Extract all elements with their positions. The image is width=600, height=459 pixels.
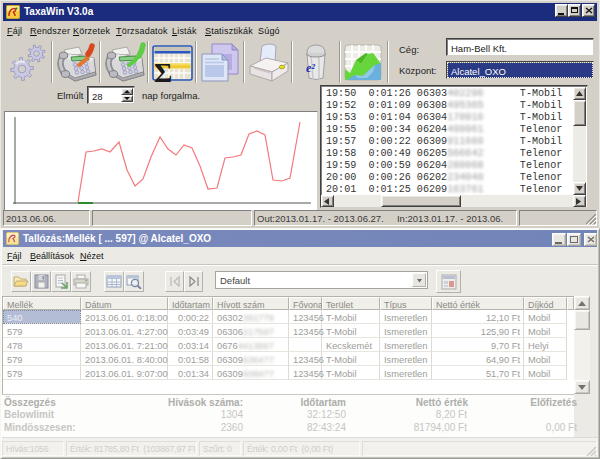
svg-text:e²: e²: [306, 61, 315, 75]
svg-text:Σ: Σ: [154, 57, 172, 82]
